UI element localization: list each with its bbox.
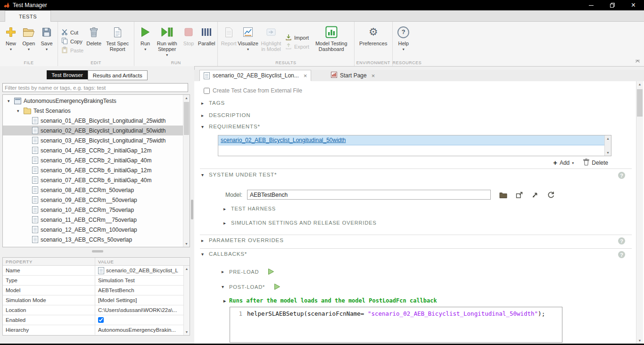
ribbon-tabstrip: TESTS <box>0 10 644 22</box>
scrollbar-thumb[interactable] <box>637 89 643 117</box>
delete-button[interactable]: Delete <box>85 22 103 46</box>
tree-item[interactable]: scenario_04_AEB_CCRb_2_initialGap_12m <box>3 145 190 155</box>
section-requirements[interactable]: ▾ REQUIREMENTS* <box>201 124 260 129</box>
tree-item[interactable]: scenario_06_AEB_CCRb_6_initialGap_12m <box>3 165 190 175</box>
section-post-load[interactable]: ▾ POST-LOAD* <box>222 283 281 290</box>
section-test-harness[interactable]: ▸ TEST HARNESS <box>223 206 276 211</box>
run-postload-icon[interactable] <box>274 283 281 290</box>
tree-item[interactable]: scenario_13_AEB_CCRs_50overlap <box>3 235 190 244</box>
tab-tests[interactable]: TESTS <box>5 10 51 22</box>
create-from-external-file-checkbox[interactable] <box>204 88 210 94</box>
open-button[interactable]: Open ▾ <box>20 22 38 51</box>
tab-results-and-artifacts[interactable]: Results and Artifacts <box>88 70 148 80</box>
collapse-ribbon-button[interactable] <box>635 58 640 64</box>
section-tags[interactable]: ▸ TAGS <box>201 100 225 106</box>
import-button[interactable]: Import <box>284 33 311 42</box>
create-harness-icon[interactable] <box>516 191 523 199</box>
section-parameter-overrides[interactable]: ▸ PARAMETER OVERRIDES <box>201 237 284 243</box>
scroll-up-icon[interactable]: ▲ <box>605 135 611 142</box>
tree-item[interactable]: scenario_12_AEB_CCRm_100overlap <box>3 225 190 235</box>
export-button[interactable]: Export <box>284 42 311 51</box>
close-tab-icon[interactable]: × <box>372 73 375 79</box>
parallel-button[interactable]: Parallel <box>198 22 215 46</box>
enabled-checkbox[interactable] <box>98 317 104 323</box>
tree-item[interactable]: scenario_03_AEB_Bicyclist_Longitudinal_7… <box>3 135 190 145</box>
scroll-down-icon[interactable]: ▼ <box>636 337 643 344</box>
scroll-up-icon[interactable]: ▲ <box>183 95 190 101</box>
scroll-up-icon[interactable]: ▲ <box>184 266 190 272</box>
requirements-actions: + Add ▾ Delete <box>553 159 608 167</box>
section-simulation-settings[interactable]: ▸ SIMULATION SETTINGS AND RELEASE OVERRI… <box>223 220 377 226</box>
tree-item[interactable]: scenario_05_AEB_CCRb_2_initialGap_40m <box>3 155 190 165</box>
run-preload-icon[interactable] <box>268 268 274 275</box>
ribbon-group-file: New ▾ Open ▾ Save ▾ FILE <box>0 22 58 66</box>
tree-scrollbar[interactable]: ▲ ▼ <box>183 95 190 247</box>
tree-item[interactable]: scenario_10_AEB_CCRm_75overlap <box>3 205 190 215</box>
tab-start-page[interactable]: Start Page × <box>327 70 379 81</box>
model-testing-dashboard-button[interactable]: Model Testing Dashboard <box>311 22 352 52</box>
scroll-down-icon[interactable]: ▼ <box>605 150 611 156</box>
close-tab-icon[interactable]: × <box>304 73 307 79</box>
tree-item[interactable]: scenario_11_AEB_CCRm__75overlap <box>3 215 190 225</box>
scrollbar-thumb[interactable] <box>184 102 189 135</box>
tab-test-browser[interactable]: Test Browser <box>47 70 87 79</box>
folder-icon <box>24 109 31 114</box>
report-button[interactable]: Report <box>220 22 238 46</box>
preferences-button[interactable]: ⚙ Preferences <box>356 22 390 46</box>
tree-folder-test-scenarios[interactable]: ▾ Test Scenarios <box>3 106 190 116</box>
tree-item[interactable]: scenario_07_AEB_CCRb_6_initialGap_40m <box>3 175 190 185</box>
add-requirement-button[interactable]: + Add ▾ <box>553 160 574 166</box>
highlight-in-model-button[interactable]: Highlight in Model <box>258 22 284 52</box>
filter-tests-input[interactable] <box>2 83 188 92</box>
minimize-button[interactable] <box>580 0 602 10</box>
stop-button[interactable]: Stop <box>180 22 198 46</box>
copy-button[interactable]: Copy <box>60 37 85 46</box>
post-load-hint[interactable]: ▸ Runs after the model loads and the mod… <box>223 297 437 304</box>
close-button[interactable]: × <box>623 0 644 10</box>
tree-root-suite[interactable]: ▾ AutonomousEmergencyBrakingTests <box>3 96 187 106</box>
run-button[interactable]: Run ▾ <box>136 22 154 51</box>
cut-button[interactable]: Cut <box>60 28 85 37</box>
model-row: Model: <box>225 190 554 200</box>
open-model-icon[interactable] <box>499 192 507 198</box>
tree-item-selected[interactable]: scenario_02_AEB_Bicyclist_Longitudinal_5… <box>3 126 190 135</box>
section-description[interactable]: ▸ DESCRIPTION <box>201 112 251 118</box>
panel-splitter-handle[interactable] <box>191 200 193 219</box>
visualize-button[interactable]: Visualize ▾ <box>238 22 258 51</box>
requirement-item-selected[interactable]: scenario_02_AEB_Bicyclist_Longitudinal_5… <box>218 135 604 145</box>
ribbon-group-edit: Cut Copy Paste Delete Test Spec Report <box>58 22 134 66</box>
tree-item[interactable]: scenario_01_AEB_Bicyclist_Longitudinal_2… <box>3 116 190 126</box>
main-scrollbar[interactable]: ▲ ▼ <box>636 81 643 344</box>
requirements-scrollbar[interactable]: ▲ ▼ <box>604 135 611 156</box>
post-load-code-editor[interactable]: 1 helperSLAEBSetup(scenarioFcnName= "sce… <box>230 307 562 343</box>
goto-model-icon[interactable] <box>532 191 539 198</box>
delete-requirement-button[interactable]: Delete <box>583 159 608 167</box>
help-question-icon[interactable]: ? <box>618 237 625 244</box>
scroll-down-icon[interactable]: ▼ <box>183 241 190 247</box>
test-file-icon <box>32 196 38 203</box>
section-system-under-test[interactable]: ▾ SYSTEM UNDER TEST* <box>201 172 277 177</box>
tab-test-case[interactable]: scenario_02_AEB_Bicyclist_Lon... × <box>199 70 311 81</box>
horizontal-splitter-handle[interactable] <box>92 250 103 252</box>
save-button[interactable]: Save ▾ <box>38 22 56 51</box>
properties-scrollbar[interactable]: ▲ ▼ <box>183 266 190 335</box>
new-button[interactable]: New ▾ <box>2 22 20 51</box>
help-question-icon[interactable]: ? <box>618 172 625 179</box>
close-icon: × <box>631 1 636 9</box>
section-callbacks[interactable]: ▾ CALLBACKS* <box>201 251 247 257</box>
section-pre-load[interactable]: ▸ PRE-LOAD <box>222 268 274 275</box>
help-question-icon[interactable]: ? <box>618 251 625 258</box>
requirement-link[interactable]: scenario_02_AEB_Bicyclist_Longitudinal_5… <box>221 137 346 143</box>
tree-item[interactable]: scenario_09_AEB_CCRm__50overlap <box>3 195 190 205</box>
refresh-icon[interactable] <box>547 191 554 198</box>
chevron-down-icon: ▾ <box>572 161 574 165</box>
restore-button[interactable] <box>602 0 623 10</box>
scroll-up-icon[interactable]: ▲ <box>636 81 643 87</box>
help-button[interactable]: ? Help ▾ <box>395 22 413 51</box>
paste-button[interactable]: Paste <box>60 46 85 55</box>
tree-item[interactable]: scenario_08_AEB_CCRm_50overlap <box>3 185 190 195</box>
test-spec-report-button[interactable]: Test Spec Report <box>103 22 132 52</box>
model-input[interactable] <box>247 190 491 200</box>
run-with-stepper-button[interactable]: Run with Stepper ▾ <box>154 22 180 57</box>
scroll-down-icon[interactable]: ▼ <box>184 329 190 335</box>
